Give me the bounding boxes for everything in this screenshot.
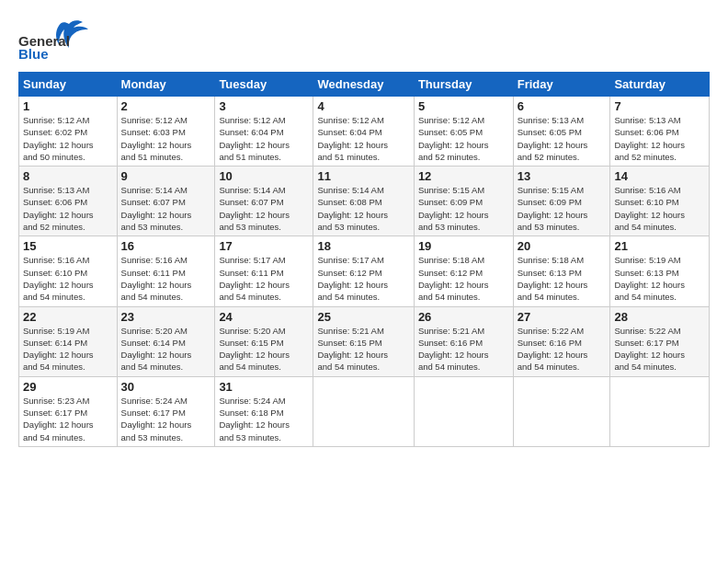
weekday-header: Sunday — [19, 73, 118, 97]
calendar-cell: 17Sunrise: 5:17 AM Sunset: 6:11 PM Dayli… — [215, 236, 313, 306]
day-number: 22 — [23, 310, 113, 324]
calendar-cell: 23Sunrise: 5:20 AM Sunset: 6:14 PM Dayli… — [117, 306, 215, 376]
day-number: 25 — [317, 310, 409, 324]
calendar-cell: 22Sunrise: 5:19 AM Sunset: 6:14 PM Dayli… — [19, 306, 118, 376]
calendar-week-row: 15Sunrise: 5:16 AM Sunset: 6:10 PM Dayli… — [19, 236, 710, 306]
day-info: Sunrise: 5:15 AM Sunset: 6:09 PM Dayligh… — [518, 184, 607, 233]
day-number: 19 — [418, 239, 509, 253]
calendar-cell: 4Sunrise: 5:12 AM Sunset: 6:04 PM Daylig… — [313, 97, 414, 167]
day-number: 31 — [219, 380, 309, 394]
day-number: 7 — [614, 99, 705, 113]
day-info: Sunrise: 5:13 AM Sunset: 6:06 PM Dayligh… — [614, 114, 705, 163]
day-number: 17 — [219, 239, 309, 253]
calendar-cell: 11Sunrise: 5:14 AM Sunset: 6:08 PM Dayli… — [313, 167, 414, 236]
weekday-header: Tuesday — [215, 73, 313, 97]
day-number: 1 — [23, 99, 113, 113]
calendar-cell: 9Sunrise: 5:14 AM Sunset: 6:07 PM Daylig… — [117, 167, 215, 236]
calendar-header-row: SundayMondayTuesdayWednesdayThursdayFrid… — [19, 73, 710, 97]
calendar-cell: 14Sunrise: 5:16 AM Sunset: 6:10 PM Dayli… — [610, 167, 710, 236]
day-info: Sunrise: 5:19 AM Sunset: 6:14 PM Dayligh… — [23, 325, 113, 373]
day-info: Sunrise: 5:14 AM Sunset: 6:08 PM Dayligh… — [317, 184, 409, 233]
day-info: Sunrise: 5:19 AM Sunset: 6:13 PM Dayligh… — [614, 254, 705, 303]
day-info: Sunrise: 5:17 AM Sunset: 6:12 PM Dayligh… — [317, 254, 409, 303]
day-number: 5 — [418, 99, 509, 113]
logo-icon: General Blue — [18, 17, 92, 63]
calendar-cell — [414, 376, 513, 446]
calendar-cell: 31Sunrise: 5:24 AM Sunset: 6:18 PM Dayli… — [215, 376, 313, 446]
day-number: 20 — [518, 239, 607, 253]
day-number: 13 — [518, 169, 607, 183]
day-number: 9 — [121, 169, 211, 183]
calendar-cell — [513, 376, 610, 446]
calendar-cell: 27Sunrise: 5:22 AM Sunset: 6:16 PM Dayli… — [513, 306, 610, 376]
day-info: Sunrise: 5:12 AM Sunset: 6:04 PM Dayligh… — [219, 114, 309, 163]
day-info: Sunrise: 5:22 AM Sunset: 6:16 PM Dayligh… — [518, 325, 607, 373]
day-info: Sunrise: 5:24 AM Sunset: 6:18 PM Dayligh… — [219, 395, 309, 443]
day-info: Sunrise: 5:21 AM Sunset: 6:15 PM Dayligh… — [317, 325, 409, 373]
header: General Blue — [18, 17, 710, 63]
day-number: 15 — [23, 239, 113, 253]
calendar-cell: 20Sunrise: 5:18 AM Sunset: 6:13 PM Dayli… — [513, 236, 610, 306]
calendar-cell: 15Sunrise: 5:16 AM Sunset: 6:10 PM Dayli… — [19, 236, 118, 306]
day-number: 8 — [23, 169, 113, 183]
calendar-cell: 5Sunrise: 5:12 AM Sunset: 6:05 PM Daylig… — [414, 97, 513, 167]
day-number: 11 — [317, 169, 409, 183]
calendar-cell — [313, 376, 414, 446]
calendar-cell: 10Sunrise: 5:14 AM Sunset: 6:07 PM Dayli… — [215, 167, 313, 236]
day-number: 4 — [317, 99, 409, 113]
day-info: Sunrise: 5:23 AM Sunset: 6:17 PM Dayligh… — [23, 395, 113, 443]
day-info: Sunrise: 5:16 AM Sunset: 6:11 PM Dayligh… — [121, 254, 211, 303]
calendar-cell: 7Sunrise: 5:13 AM Sunset: 6:06 PM Daylig… — [610, 97, 710, 167]
day-number: 12 — [418, 169, 509, 183]
day-info: Sunrise: 5:16 AM Sunset: 6:10 PM Dayligh… — [614, 184, 705, 233]
calendar-cell: 19Sunrise: 5:18 AM Sunset: 6:12 PM Dayli… — [414, 236, 513, 306]
day-info: Sunrise: 5:18 AM Sunset: 6:13 PM Dayligh… — [518, 254, 607, 303]
day-number: 3 — [219, 99, 309, 113]
day-number: 24 — [219, 310, 309, 324]
day-info: Sunrise: 5:16 AM Sunset: 6:10 PM Dayligh… — [23, 254, 113, 303]
day-number: 30 — [121, 380, 211, 394]
day-info: Sunrise: 5:12 AM Sunset: 6:02 PM Dayligh… — [23, 114, 113, 163]
day-info: Sunrise: 5:12 AM Sunset: 6:04 PM Dayligh… — [317, 114, 409, 163]
day-info: Sunrise: 5:20 AM Sunset: 6:15 PM Dayligh… — [219, 325, 309, 373]
day-info: Sunrise: 5:13 AM Sunset: 6:05 PM Dayligh… — [518, 114, 607, 163]
day-info: Sunrise: 5:17 AM Sunset: 6:11 PM Dayligh… — [219, 254, 309, 303]
calendar-cell: 30Sunrise: 5:24 AM Sunset: 6:17 PM Dayli… — [117, 376, 215, 446]
day-info: Sunrise: 5:12 AM Sunset: 6:03 PM Dayligh… — [121, 114, 211, 163]
day-number: 21 — [614, 239, 705, 253]
svg-text:Blue: Blue — [18, 46, 49, 62]
calendar-week-row: 29Sunrise: 5:23 AM Sunset: 6:17 PM Dayli… — [19, 376, 710, 446]
calendar-cell: 12Sunrise: 5:15 AM Sunset: 6:09 PM Dayli… — [414, 167, 513, 236]
weekday-header: Monday — [117, 73, 215, 97]
calendar-week-row: 8Sunrise: 5:13 AM Sunset: 6:06 PM Daylig… — [19, 167, 710, 236]
day-info: Sunrise: 5:18 AM Sunset: 6:12 PM Dayligh… — [418, 254, 509, 303]
day-number: 2 — [121, 99, 211, 113]
page: General Blue SundayMondayTuesdayWednesda… — [0, 0, 728, 563]
day-number: 14 — [614, 169, 705, 183]
day-info: Sunrise: 5:14 AM Sunset: 6:07 PM Dayligh… — [219, 184, 309, 233]
day-number: 18 — [317, 239, 409, 253]
day-info: Sunrise: 5:22 AM Sunset: 6:17 PM Dayligh… — [614, 325, 705, 373]
logo: General Blue — [18, 17, 92, 63]
day-info: Sunrise: 5:21 AM Sunset: 6:16 PM Dayligh… — [418, 325, 509, 373]
calendar-cell: 13Sunrise: 5:15 AM Sunset: 6:09 PM Dayli… — [513, 167, 610, 236]
calendar-cell: 25Sunrise: 5:21 AM Sunset: 6:15 PM Dayli… — [313, 306, 414, 376]
day-number: 26 — [418, 310, 509, 324]
day-info: Sunrise: 5:14 AM Sunset: 6:07 PM Dayligh… — [121, 184, 211, 233]
calendar-table: SundayMondayTuesdayWednesdayThursdayFrid… — [18, 72, 710, 447]
day-info: Sunrise: 5:12 AM Sunset: 6:05 PM Dayligh… — [418, 114, 509, 163]
calendar-cell — [610, 376, 710, 446]
day-number: 28 — [614, 310, 705, 324]
weekday-header: Saturday — [610, 73, 710, 97]
calendar-cell: 8Sunrise: 5:13 AM Sunset: 6:06 PM Daylig… — [19, 167, 118, 236]
weekday-header: Thursday — [414, 73, 513, 97]
calendar-cell: 1Sunrise: 5:12 AM Sunset: 6:02 PM Daylig… — [19, 97, 118, 167]
day-number: 27 — [518, 310, 607, 324]
calendar-cell: 2Sunrise: 5:12 AM Sunset: 6:03 PM Daylig… — [117, 97, 215, 167]
day-number: 23 — [121, 310, 211, 324]
calendar-week-row: 22Sunrise: 5:19 AM Sunset: 6:14 PM Dayli… — [19, 306, 710, 376]
calendar-cell: 6Sunrise: 5:13 AM Sunset: 6:05 PM Daylig… — [513, 97, 610, 167]
calendar-cell: 16Sunrise: 5:16 AM Sunset: 6:11 PM Dayli… — [117, 236, 215, 306]
day-info: Sunrise: 5:20 AM Sunset: 6:14 PM Dayligh… — [121, 325, 211, 373]
calendar-cell: 24Sunrise: 5:20 AM Sunset: 6:15 PM Dayli… — [215, 306, 313, 376]
